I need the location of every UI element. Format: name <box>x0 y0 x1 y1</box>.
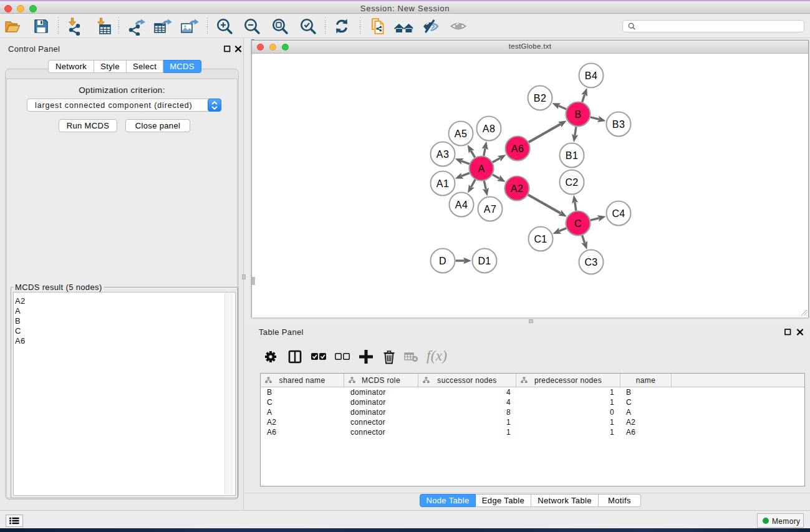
svg-text:A6: A6 <box>511 143 524 154</box>
svg-text:C4: C4 <box>612 208 625 219</box>
svg-text:B2: B2 <box>534 93 546 104</box>
svg-text:A4: A4 <box>455 200 468 210</box>
svg-text:C: C <box>574 218 582 229</box>
svg-text:A1: A1 <box>436 178 449 189</box>
svg-text:B1: B1 <box>566 150 578 161</box>
svg-text:A5: A5 <box>455 128 467 139</box>
svg-text:A8: A8 <box>483 123 495 134</box>
svg-text:B3: B3 <box>612 119 625 130</box>
svg-text:C2: C2 <box>565 177 578 188</box>
svg-text:A7: A7 <box>484 204 496 215</box>
svg-text:C3: C3 <box>584 257 597 268</box>
svg-text:D: D <box>439 256 446 266</box>
svg-text:A: A <box>478 163 485 174</box>
svg-text:C1: C1 <box>534 234 547 244</box>
svg-text:B4: B4 <box>585 70 597 81</box>
svg-text:D1: D1 <box>478 256 491 266</box>
svg-text:A3: A3 <box>436 149 449 160</box>
svg-text:B: B <box>574 109 581 120</box>
svg-text:A2: A2 <box>511 183 523 194</box>
